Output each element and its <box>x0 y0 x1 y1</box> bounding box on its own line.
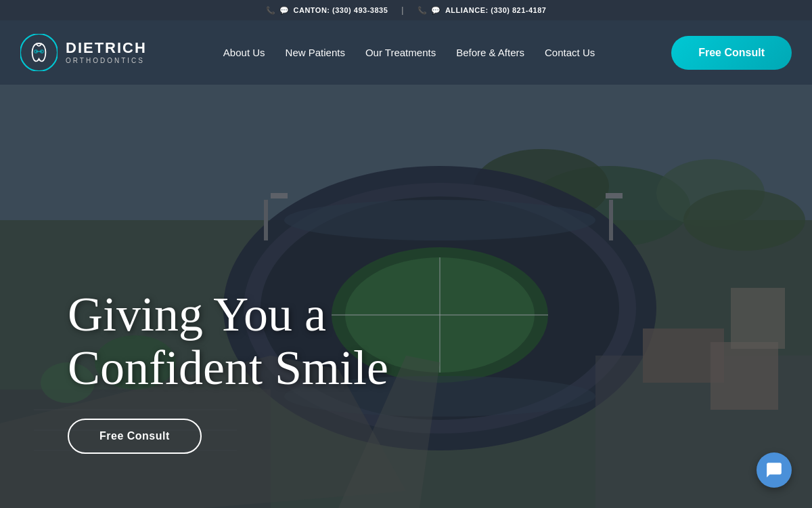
nav-before-afters[interactable]: Before & Afters <box>456 47 524 58</box>
nav-about-us[interactable]: About Us <box>223 47 265 58</box>
canton-label: CANTON: (330) 493-3835 <box>294 6 388 14</box>
chat-icon-alliance: 💬 <box>431 6 441 15</box>
logo-subtitle: ORTHODONTICS <box>66 57 147 64</box>
nav-cta-button[interactable]: Free Consult <box>671 36 792 70</box>
separator: | <box>401 5 404 15</box>
nav-our-treatments[interactable]: Our Treatments <box>365 47 436 58</box>
chat-bubble-icon <box>765 461 783 479</box>
svg-point-0 <box>20 34 58 71</box>
logo-name: DIETRICH <box>66 41 147 56</box>
hero-cta-button[interactable]: Free Consult <box>68 419 202 454</box>
phone-icon-alliance: 📞 <box>418 6 428 15</box>
hero-section: Giving You a Confident Smile Free Consul… <box>0 85 812 508</box>
navbar: DIETRICH ORTHODONTICS About Us New Patie… <box>0 20 812 85</box>
hero-heading-line2: Confident Smile <box>68 341 388 395</box>
phone-icon: 📞 <box>266 6 276 15</box>
chat-icon-canton: 💬 <box>279 6 290 15</box>
hero-content: Giving You a Confident Smile Free Consul… <box>68 288 388 454</box>
logo-text: DIETRICH ORTHODONTICS <box>66 41 147 64</box>
nav-contact-us[interactable]: Contact Us <box>545 47 595 58</box>
logo-icon <box>20 34 58 71</box>
chat-button[interactable] <box>757 452 792 488</box>
logo[interactable]: DIETRICH ORTHODONTICS <box>20 34 147 71</box>
nav-new-patients[interactable]: New Patients <box>286 47 345 58</box>
hero-heading-line1: Giving You a <box>68 287 326 341</box>
nav-links: About Us New Patients Our Treatments Bef… <box>223 47 595 58</box>
canton-contact[interactable]: 📞 💬 CANTON: (330) 493-3835 <box>266 6 388 15</box>
alliance-contact[interactable]: 📞 💬 ALLIANCE: (330) 821-4187 <box>418 6 547 15</box>
alliance-label: ALLIANCE: (330) 821-4187 <box>445 6 547 14</box>
top-bar: 📞 💬 CANTON: (330) 493-3835 | 📞 💬 ALLIANC… <box>0 0 812 20</box>
hero-heading: Giving You a Confident Smile <box>68 288 388 395</box>
